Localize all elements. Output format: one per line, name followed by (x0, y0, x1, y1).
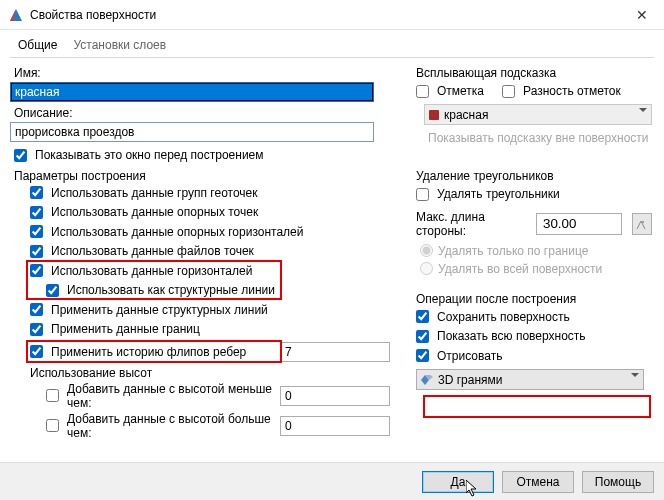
desc-input[interactable] (10, 122, 374, 142)
name-label: Имя: (14, 66, 390, 80)
desc-label: Описание: (14, 106, 390, 120)
pick-icon (636, 218, 648, 230)
ops-title: Операции после построения (416, 292, 652, 306)
tooltip-title: Всплывающая подсказка (416, 66, 652, 80)
draw-mode-dropdown[interactable]: 3D гранями (416, 369, 644, 390)
max-side-label: Макс. длина стороны: (416, 210, 526, 238)
cb-save-surface[interactable]: Сохранить поверхность (416, 310, 570, 324)
cb-ref-horizontals[interactable]: Использовать данные опорных горизонталей (30, 225, 303, 239)
tab-general[interactable]: Общие (10, 34, 65, 57)
flips-count-input[interactable] (280, 342, 390, 362)
min-height-input[interactable] (280, 386, 390, 406)
cb-show-before-build-box[interactable] (14, 149, 27, 162)
right-column: Всплывающая подсказка Отметка Разность о… (416, 62, 652, 442)
cb-add-min-height[interactable]: Добавить данные с высотой меньше чем: (46, 382, 272, 410)
radio-border (420, 244, 433, 257)
app-icon (8, 7, 24, 23)
cb-as-struct-lines[interactable]: Использовать как структурные линии (46, 283, 275, 297)
cb-flips[interactable]: Применить историю флипов ребер (30, 345, 246, 359)
dialog-footer: Да Отмена Помощь (0, 462, 664, 500)
chevron-down-icon (639, 108, 647, 112)
cb-outside-disabled: Показывать подсказку вне поверхности (428, 131, 652, 145)
tab-strip: Общие Установки слоев (0, 30, 664, 57)
tab-layers[interactable]: Установки слоев (65, 34, 174, 57)
help-button[interactable]: Помощь (582, 471, 654, 493)
build-params-title: Параметры построения (14, 169, 390, 183)
del-tri-title: Удаление треугольников (416, 169, 652, 183)
cb-group-points[interactable]: Использовать данные групп геоточек (30, 186, 258, 200)
cb-show-before-build[interactable]: Показывать это окно перед построением (14, 148, 264, 162)
cancel-button[interactable]: Отмена (502, 471, 574, 493)
cb-struct-lines[interactable]: Применить данные структурных линий (30, 303, 268, 317)
cb-delete-triangles[interactable]: Удалять треугольники (416, 187, 560, 201)
chevron-down-icon (631, 373, 639, 377)
cb-draw[interactable]: Отрисовать (416, 349, 502, 363)
cb-point-files[interactable]: Использовать данные файлов точек (30, 244, 254, 258)
cb-bounds[interactable]: Применить данные границ (30, 322, 200, 336)
left-column: Имя: Описание: Показывать это окно перед… (10, 62, 390, 442)
cb-add-max-height[interactable]: Добавить данные с высотой больше чем: (46, 412, 272, 440)
ok-button[interactable]: Да (422, 471, 494, 493)
radio-all (420, 262, 433, 275)
pick-length-button[interactable] (632, 213, 652, 235)
surface-color-swatch (429, 110, 439, 120)
max-height-input[interactable] (280, 416, 390, 436)
faces-icon (421, 375, 433, 385)
titlebar: Свойства поверхности ✕ (0, 0, 664, 30)
cb-mark[interactable]: Отметка (416, 84, 484, 98)
window-title: Свойства поверхности (30, 8, 619, 22)
close-button[interactable]: ✕ (619, 0, 664, 30)
heights-title: Использование высот (30, 366, 390, 380)
max-side-input[interactable] (536, 213, 622, 235)
svg-point-0 (642, 221, 644, 223)
cb-diff[interactable]: Разность отметок (502, 84, 621, 98)
cb-ref-points[interactable]: Использовать данные опорных точек (30, 205, 258, 219)
name-input[interactable] (10, 82, 374, 102)
cb-horizontals[interactable]: Использовать данные горизонталей (30, 264, 252, 278)
cb-show-all-surface[interactable]: Показать всю поверхность (416, 329, 586, 343)
tooltip-surface-dropdown[interactable]: красная (424, 104, 652, 125)
